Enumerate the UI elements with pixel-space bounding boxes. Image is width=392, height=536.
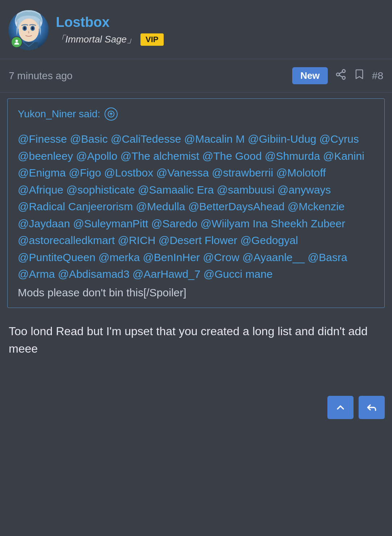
profile-header: Lostbox 「Immortal Sage」 VIP (0, 0, 392, 59)
quote-block: Yukon_Niner said: @Finesse @Basic @CaliT… (7, 98, 385, 308)
svg-point-9 (16, 40, 18, 42)
post-content-area: Yukon_Niner said: @Finesse @Basic @CaliT… (0, 98, 392, 423)
bookmark-icon[interactable] (354, 69, 365, 83)
post-meta-bar: 7 minutes ago New #8 (0, 59, 392, 93)
quote-up-icon[interactable] (105, 107, 118, 121)
bottom-action-buttons (327, 396, 385, 419)
post-number: #8 (372, 70, 383, 82)
username[interactable]: Lostbox (56, 15, 164, 30)
post-actions: New #8 (292, 67, 383, 84)
post-timestamp: 7 minutes ago (9, 70, 73, 82)
quote-plain-text: Mods please don't bin this[/Spoiler] (18, 287, 374, 299)
main-post-text: Too lond Read but I'm upset that you cre… (0, 314, 392, 394)
profile-info: Lostbox 「Immortal Sage」 VIP (56, 15, 164, 46)
vip-badge: VIP (140, 33, 163, 46)
rank-tag: 「Immortal Sage」 (56, 33, 136, 46)
quote-header: Yukon_Niner said: (18, 107, 374, 121)
svg-point-3 (19, 19, 39, 42)
avatar-container (9, 10, 49, 50)
svg-line-14 (339, 72, 342, 74)
svg-line-13 (339, 75, 342, 77)
user-tags: 「Immortal Sage」 VIP (56, 33, 164, 46)
svg-point-6 (24, 27, 26, 30)
reply-button[interactable] (359, 396, 385, 419)
online-status-badge (11, 36, 23, 48)
svg-point-7 (32, 27, 34, 30)
share-icon[interactable] (335, 69, 347, 83)
quote-mentions: @Finesse @Basic @CaliTedesse @Macalin M … (18, 133, 364, 280)
new-badge[interactable]: New (292, 67, 327, 84)
quote-author: Yukon_Niner said: (18, 108, 100, 120)
scroll-up-button[interactable] (327, 396, 354, 419)
quote-content: @Finesse @Basic @CaliTedesse @Macalin M … (18, 131, 374, 283)
